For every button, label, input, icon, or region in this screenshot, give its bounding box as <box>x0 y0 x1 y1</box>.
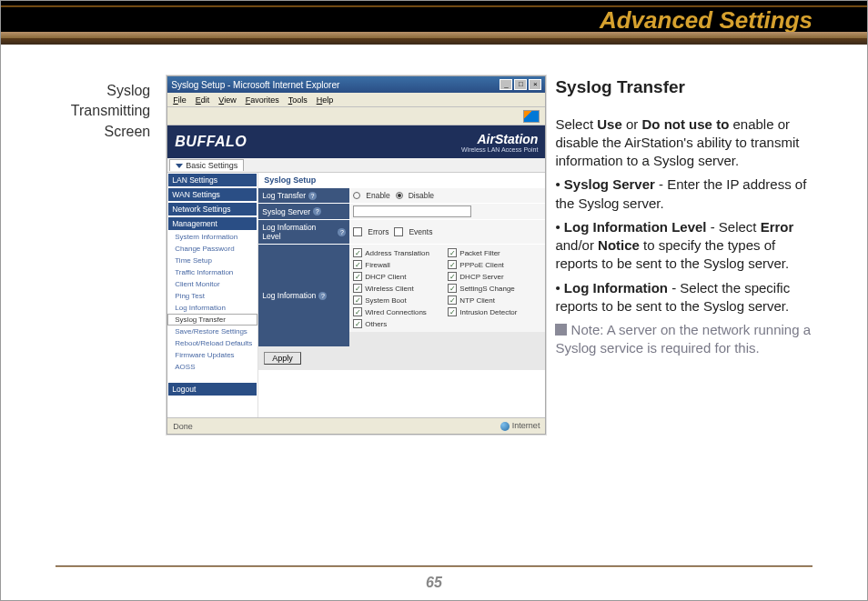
sidebar-item-save[interactable]: Save/Restore Settings <box>167 326 257 337</box>
checkbox[interactable]: ✓ <box>448 284 457 293</box>
check-wired: ✓Wired Connections <box>353 306 447 317</box>
status-zone: Internet <box>512 421 540 430</box>
help-icon[interactable]: ? <box>318 292 327 300</box>
product-banner: BUFFALO AirStation Wireless LAN Access P… <box>167 125 545 158</box>
checkbox[interactable]: ✓ <box>448 260 457 269</box>
menu-file[interactable]: File <box>173 95 187 105</box>
check-label: Wireless Client <box>365 285 413 293</box>
checkbox[interactable]: ✓ <box>353 319 362 328</box>
check-label: Others <box>365 320 387 328</box>
check-label: Wired Connections <box>365 308 427 316</box>
menu-bar: File Edit View Favorites Tools Help <box>167 93 545 107</box>
checkbox[interactable]: ✓ <box>353 272 362 281</box>
text: Select <box>555 116 597 132</box>
help-icon[interactable]: ? <box>308 192 317 200</box>
minimize-button[interactable]: _ <box>500 79 512 90</box>
sidebar-item-ping[interactable]: Ping Test <box>167 290 257 302</box>
app-body: LAN Settings WAN Settings Network Settin… <box>167 173 545 417</box>
sidebar-header-wan[interactable]: WAN Settings <box>167 187 257 202</box>
checkbox[interactable]: ✓ <box>448 272 457 281</box>
ie-logo-icon <box>523 110 540 123</box>
sidebar-header-network[interactable]: Network Settings <box>167 202 257 216</box>
value-log-info: ✓Address Translation ✓Packet Filter ✓Fir… <box>349 245 545 332</box>
product-subtitle: Wireless LAN Access Point <box>461 146 538 153</box>
checkbox[interactable]: ✓ <box>353 307 362 316</box>
ie-status-bar: Done Internet <box>167 417 545 434</box>
note-square-icon <box>555 324 567 336</box>
sidebar-item-password[interactable]: Change Password <box>167 243 257 255</box>
check-ntp-client: ✓NTP Client <box>448 295 541 306</box>
status-zone-wrap: Internet <box>500 421 540 431</box>
text-bold: Use <box>597 116 622 132</box>
product-name: AirStation <box>461 132 538 146</box>
maximize-button[interactable]: □ <box>514 79 527 90</box>
check-label: DHCP Server <box>459 273 503 281</box>
checkbox[interactable]: ✓ <box>448 307 457 316</box>
checkbox-events[interactable] <box>394 227 403 236</box>
note-label: Note: <box>571 322 607 337</box>
help-icon[interactable]: ? <box>313 207 321 215</box>
status-done: Done <box>173 422 193 431</box>
help-icon[interactable]: ? <box>338 228 346 236</box>
sidebar-item-loginfo[interactable]: Log Information <box>167 302 257 314</box>
menu-tools[interactable]: Tools <box>288 95 308 105</box>
check-label: Firewall <box>365 261 390 269</box>
radio-enable-label: Enable <box>366 191 389 200</box>
text: and/or <box>555 237 598 253</box>
syslog-server-input[interactable] <box>353 205 471 217</box>
sidebar-item-sysinfo[interactable]: System Information <box>167 231 257 243</box>
sidebar-item-time[interactable]: Time Setup <box>167 255 257 266</box>
checkbox[interactable]: ✓ <box>448 295 457 305</box>
check-wireless-client: ✓Wireless Client <box>353 283 447 294</box>
page-number: 65 <box>1 575 867 591</box>
menu-view[interactable]: View <box>218 95 236 105</box>
sidebar-item-reboot[interactable]: Reboot/Reload Defaults <box>167 337 257 349</box>
text-bold: Do not use to <box>641 116 729 132</box>
sidebar-logout[interactable]: Logout <box>167 382 257 396</box>
header-band: Advanced Settings <box>1 1 867 45</box>
checkbox[interactable]: ✓ <box>353 260 362 269</box>
checkbox[interactable]: ✓ <box>353 284 362 293</box>
product-logo: AirStation Wireless LAN Access Point <box>461 132 538 153</box>
sidebar-header-lan[interactable]: LAN Settings <box>167 173 257 187</box>
apply-button[interactable]: Apply <box>264 352 301 365</box>
caption-line: Transmitting <box>56 101 150 121</box>
paragraph-intro: Select Use or Do not use to enable or di… <box>555 115 812 171</box>
check-label: PPPoE Client <box>459 261 503 269</box>
bullet: • <box>555 280 563 295</box>
check-pppoe: ✓PPPoE Client <box>448 259 541 270</box>
check-label: Intrusion Detector <box>459 308 517 316</box>
check-label: System Boot <box>365 296 406 305</box>
sidebar-item-syslog[interactable]: Syslog Transfer <box>167 314 257 326</box>
sidebar-item-aoss[interactable]: AOSS <box>167 361 257 373</box>
close-button[interactable]: × <box>529 79 541 90</box>
label-text: Log Transfer <box>262 191 306 200</box>
text-bold: Syslog Server <box>564 176 655 192</box>
checkbox[interactable]: ✓ <box>353 248 362 257</box>
text-bold: Error <box>761 219 794 235</box>
basic-settings-tab[interactable]: Basic Settings <box>169 159 244 171</box>
screenshot-window: Syslog Setup - Microsoft Internet Explor… <box>167 75 546 435</box>
bullet-log-level: • Log Information Level - Select Error a… <box>555 218 812 274</box>
radio-disable[interactable] <box>396 192 403 199</box>
check-packet-filter: ✓Packet Filter <box>448 247 541 258</box>
checkbox-errors[interactable] <box>353 227 362 236</box>
checkbox-errors-label: Errors <box>368 227 389 236</box>
window-titlebar[interactable]: Syslog Setup - Microsoft Internet Explor… <box>167 76 545 93</box>
row-log-info: Log Information ? ✓Address Translation ✓… <box>258 244 545 346</box>
label-log-level: Log Information Level ? <box>258 220 349 244</box>
sidebar-item-client[interactable]: Client Monitor <box>167 278 257 290</box>
checkbox[interactable]: ✓ <box>448 248 457 257</box>
menu-favorites[interactable]: Favorites <box>246 95 279 105</box>
radio-disable-label: Disable <box>409 191 434 200</box>
menu-edit[interactable]: Edit <box>196 95 210 105</box>
check-firewall: ✓Firewall <box>353 259 447 270</box>
checkbox[interactable]: ✓ <box>353 295 362 305</box>
radio-enable[interactable] <box>353 192 360 199</box>
sidebar-item-traffic[interactable]: Traffic Information <box>167 266 257 278</box>
sidebar-header-management[interactable]: Management <box>167 216 257 231</box>
menu-help[interactable]: Help <box>317 95 334 105</box>
checkbox-events-label: Events <box>409 227 432 236</box>
sidebar-item-firmware[interactable]: Firmware Updates <box>167 349 257 361</box>
check-label: DHCP Client <box>365 273 406 281</box>
